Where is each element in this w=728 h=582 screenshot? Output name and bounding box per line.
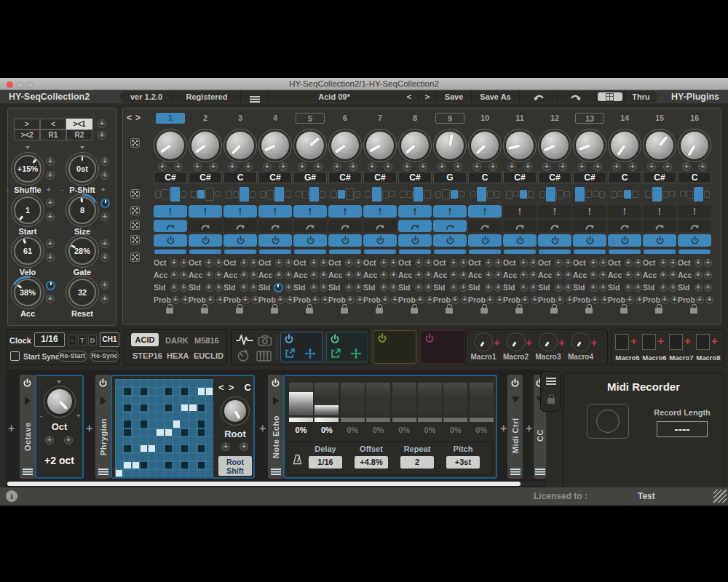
step-note[interactable]: C# (328, 172, 362, 183)
mod-add-button[interactable] (523, 162, 532, 171)
randomize-row-icon[interactable] (130, 189, 140, 199)
step-accent-button[interactable]: ! (678, 205, 711, 218)
step-gate-button[interactable] (189, 234, 222, 247)
step-gate-button[interactable] (293, 234, 327, 247)
step-note[interactable]: G# (293, 172, 327, 183)
minus-button[interactable] (450, 284, 458, 292)
step-length-bar[interactable] (644, 250, 676, 254)
mod-add-button[interactable] (100, 253, 109, 262)
minus-button[interactable] (626, 296, 634, 304)
minus-button[interactable] (416, 296, 424, 304)
step-note[interactable]: C (678, 172, 711, 183)
echo-param-value[interactable]: 1/16 (309, 456, 342, 469)
drag-icon[interactable] (350, 348, 362, 359)
mod-add-button[interactable] (454, 162, 462, 171)
step-pitch-knob[interactable] (436, 132, 464, 159)
minus-button[interactable] (240, 284, 248, 292)
step-length-bar[interactable] (678, 250, 711, 254)
snapshot-icon[interactable] (258, 335, 272, 346)
step-accent-button[interactable]: ! (154, 205, 187, 218)
step-length-bar[interactable] (224, 250, 256, 254)
plus-button[interactable] (459, 284, 467, 292)
direction-button-2[interactable]: ><1 (66, 119, 92, 129)
macro-assign-button[interactable]: + (558, 336, 565, 348)
step-gate-button[interactable] (468, 234, 502, 247)
plus-button[interactable] (599, 259, 607, 267)
echo-level-bar[interactable] (443, 383, 467, 415)
step-pitch-knob[interactable] (541, 132, 569, 159)
step-note[interactable]: C# (643, 172, 676, 183)
step-length-bar[interactable] (259, 250, 291, 254)
step-gate-button[interactable] (608, 234, 641, 247)
step-slide-button[interactable] (223, 220, 257, 232)
minus-button[interactable] (695, 259, 703, 267)
step-lock-icon[interactable] (480, 308, 488, 314)
step-number[interactable]: 1 (156, 113, 185, 124)
step-length-bar[interactable] (504, 250, 536, 254)
minus-button[interactable] (695, 271, 703, 279)
minus-button[interactable] (590, 284, 598, 292)
plus-button[interactable] (240, 442, 248, 451)
add-module-button[interactable]: + (8, 422, 15, 435)
modules-scrollbar-thumb[interactable] (7, 482, 521, 486)
direction-button-5[interactable]: R2 (66, 129, 92, 140)
macro-assign-button[interactable]: + (657, 335, 664, 347)
minus-button[interactable] (205, 271, 213, 279)
mod-add-button[interactable] (193, 162, 202, 171)
step-slide-button[interactable] (468, 220, 502, 232)
add-module-button[interactable]: + (526, 422, 532, 435)
collapse-icon[interactable] (511, 396, 520, 402)
minus-button[interactable] (221, 442, 230, 451)
minus-button[interactable] (380, 259, 388, 267)
step-accent-button[interactable]: ! (398, 205, 432, 218)
minus-button[interactable] (590, 259, 598, 267)
root-prev-button[interactable]: < (218, 382, 224, 393)
mod-add-button[interactable] (209, 162, 218, 171)
plus-button[interactable] (285, 271, 293, 279)
minus-button[interactable] (347, 296, 355, 304)
step-pitch-knob[interactable] (296, 132, 324, 159)
add-module-button[interactable]: + (86, 422, 92, 435)
step-pitch-knob[interactable] (611, 132, 638, 159)
step-pitch-knob[interactable] (646, 132, 673, 159)
minus-button[interactable] (520, 284, 528, 292)
plus-button[interactable] (389, 284, 397, 292)
minus-button[interactable] (415, 284, 423, 292)
minus-button[interactable] (485, 259, 493, 267)
step-length-bar[interactable] (609, 250, 641, 254)
plus-button[interactable] (215, 259, 223, 267)
step-length-bar[interactable] (434, 250, 466, 254)
redo-button[interactable] (557, 91, 595, 103)
minus-button[interactable] (556, 296, 564, 304)
step-velocity-sliders[interactable] (258, 186, 293, 203)
direction-button-3[interactable]: ><2 (14, 129, 40, 140)
minus-button[interactable] (591, 296, 599, 304)
step-number[interactable]: 10 (470, 113, 499, 124)
step-accent-button[interactable]: ! (538, 205, 571, 218)
plus-button[interactable] (494, 284, 502, 292)
step-number[interactable]: 2 (191, 113, 220, 124)
plus-button[interactable] (180, 271, 188, 279)
mod-add-button[interactable] (384, 162, 392, 171)
lock-icon[interactable] (547, 398, 555, 404)
mod-add-button[interactable] (98, 131, 106, 140)
mod-add-button[interactable] (593, 162, 602, 171)
randomize-row-icon[interactable] (130, 220, 140, 230)
step-note[interactable]: C# (573, 172, 606, 183)
add-module-button[interactable]: + (500, 422, 507, 435)
step-lock-icon[interactable] (376, 308, 383, 314)
menu-icon[interactable] (546, 378, 556, 379)
mode-step16[interactable]: STEP16 (132, 351, 162, 360)
macro8-button[interactable] (696, 334, 710, 350)
plus-button[interactable] (285, 284, 293, 292)
echo-level-bar[interactable] (366, 383, 390, 415)
plus-button[interactable] (705, 296, 713, 304)
step-lock-icon[interactable] (411, 308, 418, 314)
macro2-knob[interactable] (510, 336, 522, 348)
step-lock-icon[interactable] (655, 308, 662, 314)
minus-button[interactable] (520, 271, 528, 279)
module-power-button[interactable] (98, 378, 108, 391)
step-slide-button[interactable] (433, 220, 467, 232)
minus-button[interactable] (415, 259, 423, 267)
plus-button[interactable] (424, 271, 432, 279)
